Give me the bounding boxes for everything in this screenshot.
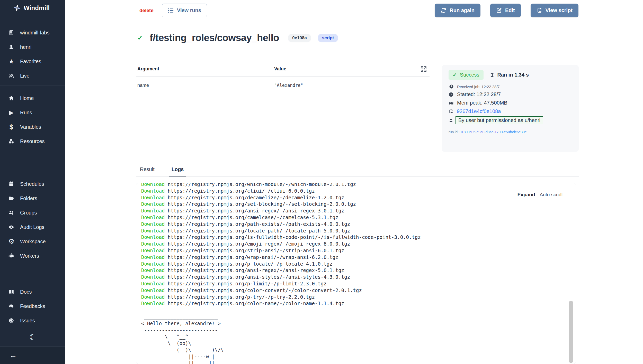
collapse-sidebar-arrow-icon[interactable]: ← <box>8 351 19 360</box>
log-url: https://registry.npmjs.org/emoji-regex/-… <box>168 241 350 247</box>
boxes-icon <box>8 138 15 144</box>
argument-name: name <box>137 83 274 88</box>
log-url: https://registry.npmjs.org/wrap-ansi/-/w… <box>168 254 338 260</box>
log-url: https://registry.npmjs.org/ansi-regex/-/… <box>168 208 344 213</box>
sidebar-item-feedbacks[interactable]: Feedbacks <box>0 299 65 313</box>
expand-arguments-icon[interactable] <box>420 65 427 73</box>
view-runs-button[interactable]: View runs <box>162 4 207 17</box>
job-hash-link[interactable]: 9267d1e4cf0e108a <box>457 108 501 114</box>
download-prefix: Download <box>141 301 165 306</box>
log-scrollbar-thumb[interactable] <box>569 301 573 363</box>
log-url: https://registry.npmjs.org/p-try/-/p-try… <box>168 294 315 300</box>
sidebar-item-live[interactable]: Live <box>0 69 65 83</box>
sidebar-item-label: Workers <box>20 253 39 259</box>
log-line: Download https://registry.npmjs.org/p-lo… <box>141 261 576 267</box>
sidebar-item-workers[interactable]: Workers <box>0 249 65 263</box>
sidebar-item-label: Folders <box>20 195 37 201</box>
sidebar-help-group: Docs Feedbacks Issues <box>0 285 65 328</box>
log-url: https://registry.npmjs.org/color-name/-/… <box>168 301 344 306</box>
argument-value: "Alexandre" <box>274 83 430 88</box>
pencil-square-icon <box>496 7 502 13</box>
log-url: https://registry.npmjs.org/locate-path/-… <box>168 228 350 234</box>
download-prefix: Download <box>141 274 165 280</box>
log-url: https://registry.npmjs.org/camelcase/-/c… <box>168 214 338 220</box>
sidebar-item-folders[interactable]: Folders <box>0 191 65 206</box>
log-line: Download https://registry.npmjs.org/is-f… <box>141 234 576 241</box>
success-check-icon: ✓ <box>137 34 143 42</box>
log-url: https://registry.npmjs.org/color-convert… <box>168 287 362 293</box>
download-prefix: Download <box>141 221 165 227</box>
view-script-button[interactable]: View script <box>531 4 578 17</box>
sidebar-item-schedules[interactable]: Schedules <box>0 177 65 191</box>
autoscroll-toggle[interactable]: Auto scroll <box>540 192 562 198</box>
logs-panel[interactable]: Download https://registry.npmjs.org/whic… <box>136 183 576 364</box>
download-prefix: Download <box>141 183 165 187</box>
windmill-logo-icon <box>13 4 21 12</box>
permission-row: By user but permissioned as u/henri <box>449 116 572 124</box>
sidebar-footer: ← <box>0 346 65 364</box>
sidebar-item-home[interactable]: Home <box>0 91 65 105</box>
download-prefix: Download <box>141 241 165 247</box>
clock-icon <box>449 84 454 89</box>
log-line: Download https://registry.npmjs.org/colo… <box>141 300 576 307</box>
log-line: Download https://registry.npmjs.org/ansi… <box>141 267 576 274</box>
sidebar-item-label: Runs <box>20 110 32 116</box>
sidebar-item-label: Feedbacks <box>20 303 45 309</box>
run-details-panel: ✓ Success Ran in 1,34 s Received job: 12… <box>442 65 579 152</box>
sidebar-item-audit-logs[interactable]: Audit Logs <box>0 220 65 234</box>
download-prefix: Download <box>141 234 165 240</box>
sidebar-item-issues[interactable]: Issues <box>0 313 65 328</box>
app-title: Windmill <box>24 4 50 12</box>
book-icon <box>8 289 15 295</box>
dark-mode-toggle-moon-icon[interactable]: ☾ <box>28 332 38 342</box>
expand-logs-button[interactable]: Expand <box>517 192 535 198</box>
sidebar-item-label: Schedules <box>20 181 44 187</box>
download-prefix: Download <box>141 228 165 234</box>
check-icon: ✓ <box>453 72 457 78</box>
sidebar-item-resources[interactable]: Resources <box>0 134 65 148</box>
run-again-button[interactable]: Run again <box>435 4 480 17</box>
download-prefix: Download <box>141 261 165 267</box>
edit-button[interactable]: Edit <box>490 4 521 17</box>
job-hash-row: 9267d1e4cf0e108a <box>449 108 572 114</box>
delete-button[interactable]: delete <box>138 7 155 14</box>
view-script-label: View script <box>546 7 573 13</box>
cowsay-output: _________________________ < Hello there,… <box>141 307 576 364</box>
download-prefix: Download <box>141 248 165 253</box>
run-id-link[interactable]: 01899c05-c9a0-d8ac-1790-e50fadc6e30e <box>460 130 527 134</box>
tab-logs[interactable]: Logs <box>169 165 186 176</box>
title-badges: 0e108a script <box>288 34 338 42</box>
log-line: Download https://registry.npmjs.org/set-… <box>141 201 576 208</box>
eye-icon <box>8 224 15 230</box>
sidebar-item-workspace-switcher[interactable]: windmill-labs <box>0 25 65 40</box>
person-icon <box>449 118 453 123</box>
header-actions-right: Run again Edit View script <box>435 4 578 17</box>
play-icon: ▶ <box>8 110 15 116</box>
sidebar-nav-group: Home ▶ Runs $ Variables Resources <box>0 91 65 148</box>
sidebar-item-variables[interactable]: $ Variables <box>0 120 65 134</box>
users-icon <box>8 73 15 79</box>
sidebar-item-label: Resources <box>20 138 45 144</box>
tab-result[interactable]: Result <box>137 165 157 176</box>
download-prefix: Download <box>141 294 165 300</box>
sidebar-item-runs[interactable]: ▶ Runs <box>0 105 65 120</box>
log-url: https://registry.npmjs.org/path-exists/-… <box>168 221 350 227</box>
status-row: ✓ Success Ran in 1,34 s <box>449 70 572 80</box>
sidebar-item-favorites[interactable]: ★ Favorites <box>0 54 65 69</box>
sidebar-item-label: Home <box>20 95 34 101</box>
gear-icon: ⚙ <box>8 238 15 245</box>
download-prefix: Download <box>141 254 165 260</box>
user-icon <box>8 44 15 50</box>
argument-row: name "Alexandre" <box>136 77 430 88</box>
sidebar-item-user[interactable]: henri <box>0 40 65 54</box>
success-status-badge: ✓ Success <box>449 70 484 80</box>
sidebar-item-workspace-settings[interactable]: ⚙ Workspace <box>0 234 65 249</box>
sidebar-admin-group: Schedules Folders Groups Audit Logs ⚙ Wo… <box>0 177 65 263</box>
arguments-table: Argument Value name "Alexandre" <box>136 65 430 88</box>
app-logo[interactable]: Windmill <box>0 0 65 16</box>
download-prefix: Download <box>141 214 165 220</box>
sidebar-item-docs[interactable]: Docs <box>0 285 65 299</box>
sidebar-item-groups[interactable]: Groups <box>0 206 65 220</box>
log-line: Download https://registry.npmjs.org/came… <box>141 214 576 221</box>
log-url: https://registry.npmjs.org/p-limit/-/p-l… <box>168 281 327 286</box>
